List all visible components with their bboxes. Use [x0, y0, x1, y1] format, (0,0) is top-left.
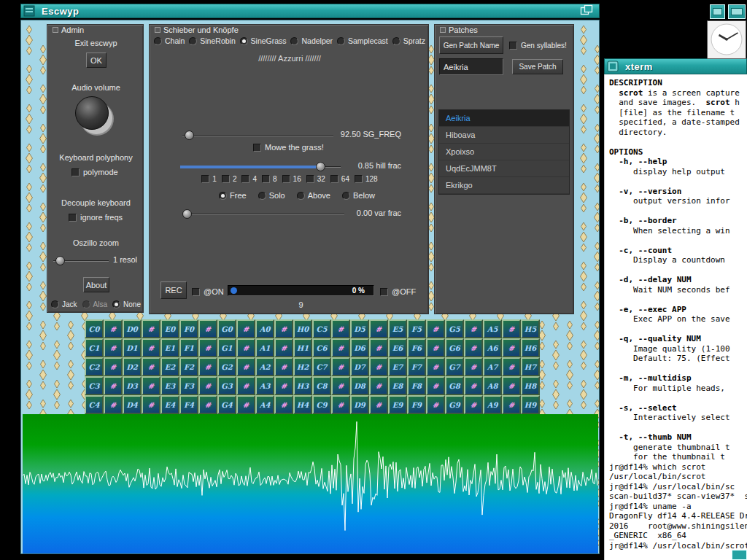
- note-key-sharp[interactable]: #: [198, 376, 217, 395]
- note-key-C6[interactable]: C6: [312, 338, 331, 357]
- note-key-sharp[interactable]: #: [104, 395, 123, 414]
- note-key-H3[interactable]: H3: [293, 376, 312, 395]
- note-key-sharp[interactable]: #: [464, 357, 483, 376]
- note-key-H0[interactable]: H0: [293, 319, 312, 338]
- patch-name-input[interactable]: [439, 58, 503, 75]
- synth-radio-sinegrass[interactable]: SineGrass: [240, 36, 287, 45]
- note-key-sharp[interactable]: #: [502, 376, 521, 395]
- note-key-E9[interactable]: E9: [388, 395, 407, 414]
- slider-knob[interactable]: [55, 256, 65, 265]
- note-key-sharp[interactable]: #: [426, 338, 445, 357]
- note-key-G5[interactable]: G5: [445, 319, 464, 338]
- window-menu-icon[interactable]: [23, 5, 35, 17]
- note-key-sharp[interactable]: #: [331, 319, 350, 338]
- hill-frac-slider[interactable]: [180, 166, 341, 168]
- note-key-sharp[interactable]: #: [426, 319, 445, 338]
- note-key-sharp[interactable]: #: [369, 376, 388, 395]
- synth-radio-chain[interactable]: Chain: [154, 36, 185, 45]
- note-key-G6[interactable]: G6: [445, 338, 464, 357]
- note-key-D8[interactable]: D8: [350, 376, 369, 395]
- note-key-sharp[interactable]: #: [464, 319, 483, 338]
- note-key-D4[interactable]: D4: [123, 395, 142, 414]
- note-key-sharp[interactable]: #: [331, 395, 350, 414]
- note-key-G1[interactable]: G1: [217, 338, 236, 357]
- ok-button[interactable]: OK: [86, 52, 107, 68]
- note-key-E0[interactable]: E0: [160, 319, 179, 338]
- note-key-sharp[interactable]: #: [369, 395, 388, 414]
- var-frac-slider[interactable]: [182, 214, 344, 215]
- note-key-F6[interactable]: F6: [407, 338, 426, 357]
- note-key-H5[interactable]: H5: [521, 319, 540, 338]
- note-key-E7[interactable]: E7: [388, 357, 407, 376]
- note-key-A6[interactable]: A6: [483, 338, 502, 357]
- harmonic-checkbox-1[interactable]: 1: [201, 175, 217, 183]
- rec-button[interactable]: REC: [160, 281, 187, 299]
- harmonic-checkbox-16[interactable]: 16: [282, 175, 301, 183]
- mode-radio-free[interactable]: Free: [219, 191, 247, 200]
- note-key-sharp[interactable]: #: [236, 319, 255, 338]
- note-key-A2[interactable]: A2: [255, 357, 274, 376]
- harmonic-checkbox-64[interactable]: 64: [330, 175, 349, 183]
- note-key-sharp[interactable]: #: [502, 395, 521, 414]
- terminal-icon[interactable]: [607, 61, 619, 72]
- note-key-sharp[interactable]: #: [236, 338, 255, 357]
- note-key-C7[interactable]: C7: [312, 357, 331, 376]
- note-key-sharp[interactable]: #: [274, 357, 293, 376]
- audio-radio-alsa[interactable]: Alsa: [82, 300, 107, 308]
- harmonic-checkbox-2[interactable]: 2: [222, 175, 237, 183]
- note-key-D7[interactable]: D7: [350, 357, 369, 376]
- note-key-A8[interactable]: A8: [483, 376, 502, 395]
- note-key-sharp[interactable]: #: [426, 376, 445, 395]
- note-key-sharp[interactable]: #: [464, 338, 483, 357]
- note-key-sharp[interactable]: #: [369, 319, 388, 338]
- note-key-D1[interactable]: D1: [123, 338, 142, 357]
- note-key-sharp[interactable]: #: [104, 376, 123, 395]
- gen-syllables-checkbox[interactable]: Gen syllables!: [509, 42, 567, 50]
- about-button[interactable]: About: [83, 277, 109, 292]
- note-key-sharp[interactable]: #: [236, 357, 255, 376]
- mode-radio-above[interactable]: Above: [297, 191, 330, 200]
- note-key-H1[interactable]: H1: [293, 338, 312, 357]
- note-key-sharp[interactable]: #: [236, 376, 255, 395]
- note-key-G0[interactable]: G0: [217, 319, 236, 338]
- patch-list-item[interactable]: Xpoixso: [439, 144, 569, 160]
- note-key-sharp[interactable]: #: [104, 357, 123, 376]
- note-key-sharp[interactable]: #: [142, 395, 160, 414]
- note-key-E4[interactable]: E4: [160, 395, 179, 414]
- oszillo-zoom-slider[interactable]: [53, 260, 109, 262]
- note-key-E8[interactable]: E8: [388, 376, 407, 395]
- note-key-C8[interactable]: C8: [312, 376, 331, 395]
- note-key-D5[interactable]: D5: [350, 319, 369, 338]
- note-key-H8[interactable]: H8: [521, 376, 540, 395]
- note-key-C4[interactable]: C4: [85, 395, 104, 414]
- patch-list-item[interactable]: Ekrikgo: [439, 177, 569, 194]
- patch-list-item[interactable]: UqdEcJMM8T: [439, 160, 569, 177]
- patch-list-item[interactable]: Aeikria: [439, 110, 569, 127]
- note-key-G3[interactable]: G3: [217, 376, 236, 395]
- note-key-A0[interactable]: A0: [255, 319, 274, 338]
- note-key-sharp[interactable]: #: [502, 338, 521, 357]
- note-key-sharp[interactable]: #: [331, 338, 350, 357]
- mode-radio-below[interactable]: Below: [342, 191, 375, 200]
- note-key-E1[interactable]: E1: [160, 338, 179, 357]
- note-key-A1[interactable]: A1: [255, 338, 274, 357]
- note-key-H9[interactable]: H9: [521, 395, 540, 414]
- note-key-sharp[interactable]: #: [331, 357, 350, 376]
- harmonic-checkbox-4[interactable]: 4: [241, 175, 257, 183]
- harmonic-checkbox-8[interactable]: 8: [262, 175, 277, 183]
- note-key-F5[interactable]: F5: [407, 319, 426, 338]
- note-key-E6[interactable]: E6: [388, 338, 407, 357]
- note-key-sharp[interactable]: #: [464, 395, 483, 414]
- note-key-F2[interactable]: F2: [179, 357, 198, 376]
- note-key-D6[interactable]: D6: [350, 338, 369, 357]
- iconified-window-2[interactable]: [728, 4, 746, 19]
- polymode-checkbox[interactable]: polymode: [71, 168, 118, 176]
- note-key-G8[interactable]: G8: [445, 376, 464, 395]
- note-key-D0[interactable]: D0: [123, 319, 142, 338]
- note-key-C3[interactable]: C3: [85, 376, 104, 395]
- note-key-sharp[interactable]: #: [502, 319, 521, 338]
- note-key-A5[interactable]: A5: [483, 319, 502, 338]
- note-key-G4[interactable]: G4: [217, 395, 236, 414]
- note-key-sharp[interactable]: #: [142, 357, 160, 376]
- note-key-sharp[interactable]: #: [198, 357, 217, 376]
